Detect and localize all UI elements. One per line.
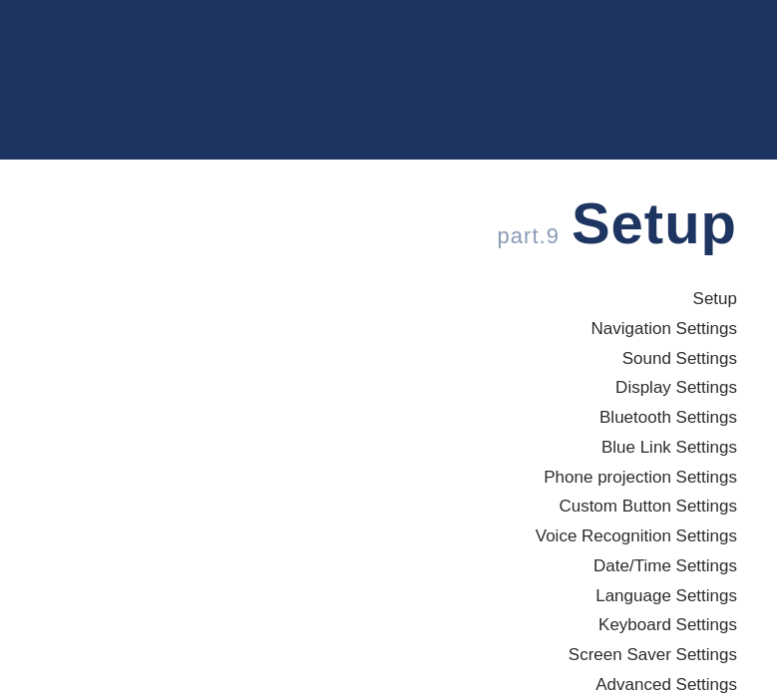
header-banner xyxy=(0,0,777,160)
menu-item-screen-saver-settings[interactable]: Screen Saver Settings xyxy=(569,640,737,670)
menu-item-sound-settings[interactable]: Sound Settings xyxy=(622,344,737,374)
menu-item-datetime-settings[interactable]: Date/Time Settings xyxy=(593,551,737,581)
menu-item-advanced-settings[interactable]: Advanced Settings xyxy=(595,670,737,700)
title-row: part.9 Setup xyxy=(498,189,737,256)
menu-item-phone-projection-settings[interactable]: Phone projection Settings xyxy=(544,463,737,493)
page-title: Setup xyxy=(572,189,737,256)
menu-item-blue-link-settings[interactable]: Blue Link Settings xyxy=(601,433,737,463)
menu-list: SetupNavigation SettingsSound SettingsDi… xyxy=(536,284,737,700)
menu-item-setup[interactable]: Setup xyxy=(693,284,737,314)
menu-item-display-settings[interactable]: Display Settings xyxy=(615,373,737,403)
content-area: part.9 Setup SetupNavigation SettingsSou… xyxy=(0,160,777,700)
menu-item-voice-recognition-settings[interactable]: Voice Recognition Settings xyxy=(536,522,737,551)
menu-item-keyboard-settings[interactable]: Keyboard Settings xyxy=(598,610,737,640)
menu-item-language-settings[interactable]: Language Settings xyxy=(595,581,737,611)
menu-item-navigation-settings[interactable]: Navigation Settings xyxy=(591,314,737,344)
part-label: part.9 xyxy=(498,223,560,249)
menu-item-bluetooth-settings[interactable]: Bluetooth Settings xyxy=(599,403,737,433)
menu-item-custom-button-settings[interactable]: Custom Button Settings xyxy=(559,492,737,522)
